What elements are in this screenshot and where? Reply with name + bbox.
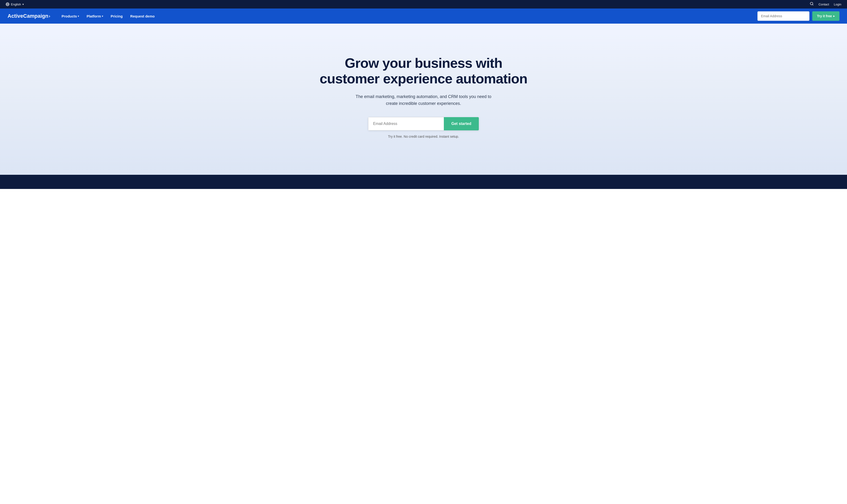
globe-icon	[6, 2, 10, 6]
pricing-label: Pricing	[111, 14, 123, 18]
top-bar: English ▾ Contact Login	[0, 0, 847, 8]
hero-subtitle: The email marketing, marketing automatio…	[355, 93, 492, 107]
logo-text: ActiveCampaign	[7, 13, 48, 19]
main-nav: ActiveCampaign› Products ▾ Platform ▾ Pr…	[0, 8, 847, 24]
hero-title: Grow your business with customer experie…	[317, 55, 530, 87]
logo-arrow-icon: ›	[49, 14, 50, 19]
nav-links: Products ▾ Platform ▾ Pricing Request de…	[61, 14, 757, 18]
language-chevron-icon: ▾	[22, 3, 24, 6]
pricing-nav-link[interactable]: Pricing	[111, 14, 123, 18]
try-free-label: Try it free	[817, 14, 832, 18]
nav-right: Try it free ▸	[757, 11, 840, 21]
platform-label: Platform	[87, 14, 101, 18]
request-demo-label: Request demo	[130, 14, 155, 18]
platform-chevron-icon: ▾	[102, 15, 103, 17]
footer-bar	[0, 175, 847, 189]
nav-email-input[interactable]	[757, 11, 809, 21]
get-started-label: Get started	[452, 122, 471, 126]
contact-link[interactable]: Contact	[818, 3, 829, 6]
language-label: English	[11, 3, 21, 6]
platform-nav-link[interactable]: Platform ▾	[87, 14, 103, 18]
hero-disclaimer: Try it free. No credit card required. In…	[388, 134, 459, 139]
language-selector[interactable]: English ▾	[6, 2, 24, 6]
top-bar-right: Contact Login	[810, 2, 841, 6]
login-link[interactable]: Login	[834, 3, 841, 6]
try-free-arrow-icon: ▸	[833, 14, 835, 18]
try-free-button[interactable]: Try it free ▸	[812, 11, 840, 21]
request-demo-nav-link[interactable]: Request demo	[130, 14, 155, 18]
hero-section: Grow your business with customer experie…	[0, 24, 847, 175]
products-nav-link[interactable]: Products ▾	[61, 14, 79, 18]
hero-form: Get started	[368, 117, 479, 130]
svg-line-6	[812, 4, 813, 5]
get-started-button[interactable]: Get started	[444, 117, 479, 130]
search-icon[interactable]	[810, 2, 814, 6]
products-label: Products	[61, 14, 77, 18]
logo[interactable]: ActiveCampaign›	[7, 13, 50, 19]
products-chevron-icon: ▾	[78, 15, 79, 17]
hero-email-input[interactable]	[368, 117, 444, 130]
